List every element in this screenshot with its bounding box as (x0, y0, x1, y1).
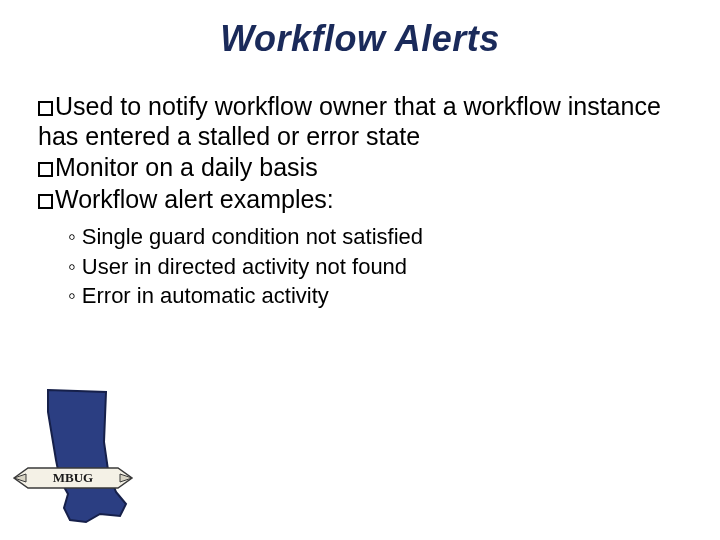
sub-bullet-item: ◦Single guard condition not satisfied (68, 222, 690, 252)
ring-bullet-icon: ◦ (68, 252, 76, 282)
square-bullet-icon (38, 101, 53, 116)
ring-bullet-icon: ◦ (68, 281, 76, 311)
ring-bullet-icon: ◦ (68, 222, 76, 252)
bullet-text: Used to notify workflow owner that a wor… (38, 92, 661, 150)
mbug-logo: MBUG (8, 382, 148, 532)
sub-bullet-text: Error in automatic activity (82, 283, 329, 308)
bullet-item: Workflow alert examples: (38, 185, 690, 215)
sub-bullet-item: ◦User in directed activity not found (68, 252, 690, 282)
slide-content: Used to notify workflow owner that a wor… (38, 92, 690, 311)
bullet-text: Monitor on a daily basis (55, 153, 318, 181)
square-bullet-icon (38, 162, 53, 177)
sub-bullet-list: ◦Single guard condition not satisfied ◦U… (68, 222, 690, 311)
bullet-text: Workflow alert examples: (55, 185, 334, 213)
bullet-item: Monitor on a daily basis (38, 153, 690, 183)
sub-bullet-item: ◦Error in automatic activity (68, 281, 690, 311)
bullet-item: Used to notify workflow owner that a wor… (38, 92, 690, 151)
logo-banner-text: MBUG (53, 470, 93, 485)
sub-bullet-text: Single guard condition not satisfied (82, 224, 423, 249)
sub-bullet-text: User in directed activity not found (82, 254, 407, 279)
square-bullet-icon (38, 194, 53, 209)
slide-title: Workflow Alerts (0, 18, 720, 60)
